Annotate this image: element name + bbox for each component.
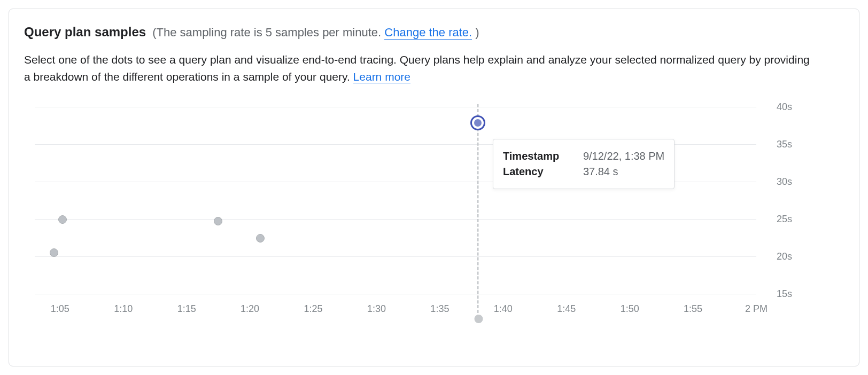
section-title: Query plan samples (24, 25, 146, 39)
crosshair-line (477, 104, 478, 318)
tooltip-timestamp-value: 9/12/22, 1:38 PM (583, 150, 664, 162)
grid-line (35, 107, 756, 107)
tooltip-latency-value: 37.84 s (583, 166, 618, 178)
sample-dot[interactable] (214, 217, 222, 225)
header-paren-close: ) (472, 26, 479, 39)
plot-area[interactable] (35, 107, 756, 294)
x-tick-label: 2 PM (745, 303, 768, 315)
description-text: Select one of the dots to see a query pl… (24, 53, 810, 83)
y-tick-label: 40s (777, 101, 803, 113)
x-tick-label: 1:20 (241, 303, 259, 315)
sample-dot[interactable] (58, 215, 67, 224)
tooltip-latency-label: Latency (503, 166, 583, 178)
y-tick-label: 35s (777, 139, 803, 150)
query-plan-samples-card: Query plan samples (The sampling rate is… (9, 9, 859, 366)
y-tick-label: 25s (777, 214, 803, 225)
header-paren-open: ( (152, 26, 156, 39)
y-tick-label: 30s (777, 176, 803, 188)
point-tooltip: Timestamp 9/12/22, 1:38 PM Latency 37.84… (493, 139, 675, 189)
x-tick-label: 1:05 (51, 303, 69, 315)
sampling-rate-text: The sampling rate is 5 samples per minut… (157, 26, 385, 39)
section-description: Select one of the dots to see a query pl… (24, 51, 815, 85)
grid-line (35, 219, 756, 220)
learn-more-link[interactable]: Learn more (353, 71, 410, 83)
crosshair-handle-icon[interactable] (474, 315, 483, 323)
x-tick-label: 1:35 (430, 303, 449, 315)
grid-line (35, 256, 756, 257)
x-tick-label: 1:50 (621, 303, 639, 315)
x-tick-label: 1:45 (557, 303, 576, 315)
y-tick-label: 15s (777, 288, 803, 300)
sample-dot[interactable] (50, 248, 58, 257)
x-tick-label: 1:15 (177, 303, 196, 315)
x-tick-label: 1:10 (114, 303, 133, 315)
x-tick-label: 1:40 (494, 303, 513, 315)
x-tick-label: 1:55 (684, 303, 702, 315)
header-line: Query plan samples (The sampling rate is… (24, 24, 844, 41)
grid-line (35, 294, 756, 294)
selected-dot-inner-icon (474, 119, 482, 127)
y-tick-label: 20s (777, 251, 803, 262)
x-tick-label: 1:25 (304, 303, 323, 315)
selected-sample-dot[interactable] (470, 115, 485, 130)
sample-dot[interactable] (256, 234, 265, 243)
change-rate-link[interactable]: Change the rate. (384, 26, 472, 40)
scatter-chart[interactable]: 15s20s25s30s35s40s 1:051:101:151:201:251… (24, 107, 844, 342)
tooltip-timestamp-label: Timestamp (503, 150, 583, 162)
x-tick-label: 1:30 (367, 303, 386, 315)
